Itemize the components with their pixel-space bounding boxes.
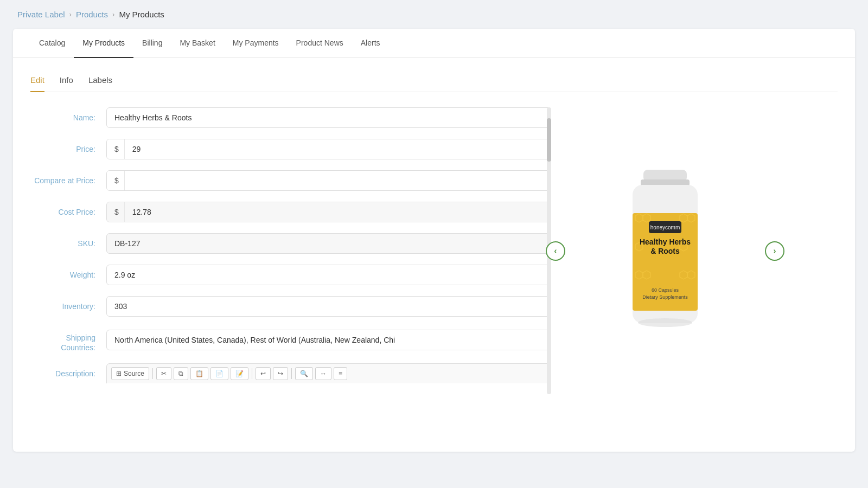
toolbar-copy-btn[interactable]: ⧉ <box>174 367 188 380</box>
compare-price-label: Compare at Price: <box>30 170 106 185</box>
cost-price-wrapper: $ <box>106 202 551 222</box>
shipping-row: Shipping Countries: <box>30 328 551 352</box>
price-wrapper: $ <box>106 139 551 159</box>
list-icon: ≡ <box>339 370 342 377</box>
breadcrumb-separator-1: › <box>69 10 72 18</box>
find-icon: 🔍 <box>300 370 308 377</box>
sku-row: SKU: <box>30 233 551 254</box>
sku-input <box>106 233 551 254</box>
cost-price-label: Cost Price: <box>30 207 106 217</box>
sku-label: SKU: <box>30 239 106 248</box>
cost-price-currency: $ <box>107 202 125 222</box>
breadcrumb-item-my-products: My Products <box>119 10 164 19</box>
tab-labels[interactable]: Labels <box>88 71 112 92</box>
toolbar-list-btn[interactable]: ≡ <box>334 367 347 380</box>
toolbar-sep-2 <box>252 368 252 379</box>
price-row: Price: $ <box>30 139 551 159</box>
undo-icon: ↩ <box>260 370 266 377</box>
toolbar-paste-btn[interactable]: 📋 <box>190 367 208 380</box>
svg-text:Healthy Herbs: Healthy Herbs <box>640 237 691 246</box>
form-area: Name: Price: $ Compare at Price: $ <box>30 107 838 394</box>
svg-text:60 Capsules: 60 Capsules <box>652 287 679 293</box>
paste-icon: 📋 <box>195 370 203 377</box>
svg-text:honeycomm: honeycomm <box>650 224 680 230</box>
shipping-label: Shipping Countries: <box>30 328 106 352</box>
product-image-area: ‹ <box>573 107 757 394</box>
replace-icon: ↔ <box>320 370 327 377</box>
paste-word-icon: 📄 <box>215 370 224 377</box>
nav-alerts[interactable]: Alerts <box>352 29 389 58</box>
content-area: Edit Info Labels Name: Price: $ <box>13 58 855 407</box>
nav-product-news[interactable]: Product News <box>288 29 352 58</box>
source-label: Source <box>124 370 144 377</box>
weight-row: Weight: <box>30 265 551 285</box>
compare-price-wrapper: $ <box>106 170 551 191</box>
toolbar-source-btn[interactable]: ⊞ Source <box>111 367 149 380</box>
svg-point-20 <box>638 318 692 327</box>
weight-label: Weight: <box>30 270 106 280</box>
price-input[interactable] <box>125 139 551 159</box>
name-label: Name: <box>30 113 106 123</box>
tab-info[interactable]: Info <box>60 71 73 92</box>
toolbar-paste-word-btn[interactable]: 📄 <box>210 367 228 380</box>
paste-text-icon: 📝 <box>235 370 244 377</box>
carousel-next-button[interactable]: › <box>765 241 784 261</box>
product-bottle-image: honeycomm Healthy Herbs & Roots 60 Capsu… <box>600 164 730 338</box>
toolbar-sep-1 <box>152 368 153 379</box>
inventory-input[interactable] <box>106 296 551 317</box>
toolbar-paste-text-btn[interactable]: 📝 <box>231 367 248 380</box>
inventory-row: Inventory: <box>30 296 551 317</box>
price-label: Price: <box>30 144 106 154</box>
name-input[interactable] <box>106 107 551 128</box>
inventory-label: Inventory: <box>30 301 106 311</box>
nav-my-products[interactable]: My Products <box>74 29 133 58</box>
breadcrumb-separator-2: › <box>112 10 114 18</box>
description-editor: ⊞ Source ✂ ⧉ 📋 <box>106 363 551 383</box>
tab-edit[interactable]: Edit <box>30 71 44 92</box>
copy-icon: ⧉ <box>178 370 183 377</box>
toolbar-replace-btn[interactable]: ↔ <box>315 367 331 380</box>
cost-price-input <box>125 202 551 222</box>
nav-my-payments[interactable]: My Payments <box>224 29 288 58</box>
compare-price-input[interactable] <box>125 171 551 190</box>
svg-text:& Roots: & Roots <box>650 247 680 255</box>
redo-icon: ↪ <box>278 370 283 377</box>
breadcrumb-item-products[interactable]: Products <box>76 10 108 19</box>
main-card: Catalog My Products Billing My Basket My… <box>13 29 855 452</box>
nav-billing[interactable]: Billing <box>133 29 171 58</box>
toolbar-find-btn[interactable]: 🔍 <box>295 367 313 380</box>
top-nav: Catalog My Products Billing My Basket My… <box>13 29 855 58</box>
breadcrumb: Private Label › Products › My Products <box>0 0 868 29</box>
shipping-input[interactable] <box>106 330 551 350</box>
nav-my-basket[interactable]: My Basket <box>171 29 224 58</box>
toolbar-cut-btn[interactable]: ✂ <box>156 367 171 380</box>
scrollbar-thumb[interactable] <box>547 118 551 162</box>
nav-catalog[interactable]: Catalog <box>30 29 74 58</box>
toolbar-redo-btn[interactable]: ↪ <box>273 367 288 380</box>
sub-tabs: Edit Info Labels <box>30 71 838 92</box>
toolbar-sep-3 <box>291 368 292 379</box>
compare-price-currency: $ <box>107 171 125 190</box>
breadcrumb-item-private-label[interactable]: Private Label <box>17 10 65 19</box>
compare-price-row: Compare at Price: $ <box>30 170 551 191</box>
price-currency: $ <box>107 139 125 159</box>
name-row: Name: <box>30 107 551 128</box>
carousel-prev-button[interactable]: ‹ <box>546 241 565 261</box>
description-toolbar: ⊞ Source ✂ ⧉ 📋 <box>106 363 551 383</box>
description-row: Description: ⊞ Source ✂ <box>30 363 551 383</box>
form-fields: Name: Price: $ Compare at Price: $ <box>30 107 551 394</box>
cut-icon: ✂ <box>161 370 167 377</box>
toolbar-undo-btn[interactable]: ↩ <box>256 367 271 380</box>
source-icon: ⊞ <box>116 370 122 377</box>
cost-price-row: Cost Price: $ <box>30 202 551 222</box>
weight-input[interactable] <box>106 265 551 285</box>
svg-text:Dietary Supplements: Dietary Supplements <box>642 294 688 300</box>
description-label: Description: <box>30 363 106 378</box>
